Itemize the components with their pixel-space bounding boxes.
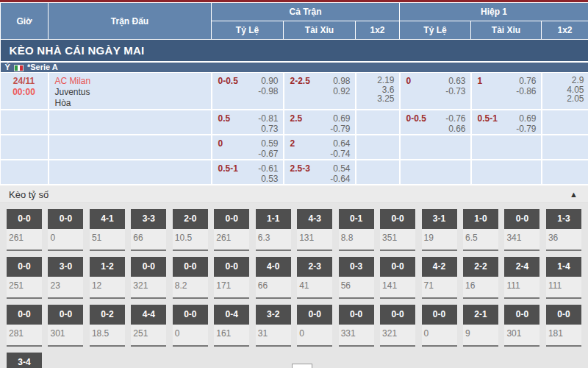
score-cell[interactable]: 2-4111 — [504, 257, 539, 299]
match-teams-cell[interactable]: AC Milan Juventus Hòa — [49, 73, 212, 110]
score-cell[interactable]: 2-341 — [297, 257, 332, 299]
score-cell[interactable]: 0-0141 — [380, 257, 415, 299]
score-cell[interactable]: 0-0281 — [7, 305, 42, 347]
score-cell[interactable]: 0-00 — [48, 209, 83, 251]
score-cell[interactable]: 3-366 — [131, 209, 166, 251]
score-box[interactable]: 4-2 — [422, 257, 457, 277]
odd-value[interactable]: 0.63 — [445, 76, 465, 86]
score-box[interactable]: 2-0 — [173, 209, 208, 229]
score-cell[interactable]: 4-271 — [422, 257, 457, 299]
score-cell[interactable]: 1-4111 — [546, 257, 581, 299]
score-box[interactable]: 1-3 — [546, 209, 581, 229]
odd-value[interactable]: 0.66 — [445, 124, 465, 134]
score-cell[interactable]: 0-0261 — [7, 209, 42, 251]
draw-label[interactable]: Hòa — [55, 98, 211, 109]
h1-overunder-cell[interactable]: 1 0.76 -0.86 — [471, 73, 542, 110]
ft-handicap-cell[interactable]: 0.5 -0.81 0.73 — [212, 110, 284, 135]
score-box[interactable]: 3-4 — [7, 353, 42, 368]
score-box[interactable]: 1-2 — [90, 257, 125, 277]
score-box[interactable]: 0-0 — [7, 305, 42, 325]
score-box[interactable]: 0-0 — [173, 257, 208, 277]
score-cell[interactable]: 0-0351 — [380, 209, 415, 251]
score-cell[interactable]: 0-0181 — [546, 305, 581, 347]
score-cell[interactable]: 0-4161 — [214, 305, 249, 347]
score-cell[interactable]: 2-216 — [463, 257, 498, 299]
home-team[interactable]: AC Milan — [55, 76, 211, 87]
score-cell[interactable]: 1-212 — [90, 257, 125, 299]
odd-value[interactable]: -0.81 — [258, 113, 278, 124]
odd-value[interactable]: 0.90 — [258, 76, 278, 86]
score-box[interactable]: 2-3 — [297, 257, 332, 277]
score-box[interactable]: 0-1 — [339, 209, 374, 229]
h1-handicap-cell[interactable]: 0 0.63 -0.73 — [400, 73, 471, 110]
h1-overunder-cell[interactable]: 0.5-1 0.69 -0.79 — [471, 110, 542, 135]
odd-value[interactable]: 0.54 — [330, 163, 350, 174]
ft-handicap-cell[interactable]: 0-0.5 0.90 -0.98 — [212, 73, 284, 110]
score-box[interactable]: 1-4 — [546, 257, 581, 277]
h1-1x2-cell[interactable]: 2.9 4.05 2.05 — [542, 73, 588, 110]
score-cell[interactable]: 0-08.2 — [173, 257, 208, 299]
score-cell[interactable]: 4-3131 — [297, 209, 332, 251]
odd-value[interactable]: -0.64 — [330, 174, 350, 184]
score-cell[interactable]: 0-00 — [297, 305, 332, 347]
score-box[interactable]: 0-0 — [297, 305, 332, 325]
odd-value[interactable]: 2.05 — [542, 94, 584, 104]
odd-value[interactable]: -0.61 — [258, 163, 278, 174]
score-cell[interactable]: 3-4 161 — [7, 353, 42, 368]
score-cell[interactable]: 4-066 — [256, 257, 291, 299]
score-box[interactable]: 0-0 — [504, 305, 539, 325]
score-cell[interactable]: 0-0261 — [214, 209, 249, 251]
odd-value[interactable]: -0.79 — [330, 124, 350, 134]
score-box[interactable]: 3-2 — [256, 305, 291, 325]
score-box[interactable]: 4-0 — [256, 257, 291, 277]
score-box[interactable]: 0-0 — [48, 305, 83, 325]
score-box[interactable]: 3-1 — [422, 209, 457, 229]
odd-value[interactable]: -0.86 — [516, 86, 536, 96]
odd-value[interactable]: 0.92 — [333, 86, 350, 96]
odd-value[interactable]: 0.59 — [258, 138, 278, 149]
score-cell[interactable]: 0-18.8 — [339, 209, 374, 251]
odd-value[interactable]: 0.76 — [516, 76, 536, 86]
score-box[interactable]: 0-0 — [504, 209, 539, 229]
score-box[interactable]: 3-0 — [48, 257, 83, 277]
score-box[interactable]: 0-4 — [214, 305, 249, 325]
odd-value[interactable]: -0.67 — [258, 149, 278, 159]
score-cell[interactable]: 0-0301 — [48, 305, 83, 347]
ft-1x2-cell[interactable]: 2.19 3.6 3.25 — [356, 73, 400, 110]
score-section-header[interactable]: Kèo tỷ số ▲ — [0, 185, 588, 203]
score-cell[interactable]: 1-336 — [546, 209, 581, 251]
score-box[interactable]: 0-0 — [380, 257, 415, 277]
score-cell[interactable]: 0-0251 — [7, 257, 42, 299]
score-cell[interactable]: 0-00 — [173, 305, 208, 347]
score-box[interactable]: 3-3 — [131, 209, 166, 229]
odd-value[interactable]: 0.53 — [258, 174, 278, 184]
ft-overunder-cell[interactable]: 2.5-3 0.54 -0.64 — [284, 160, 356, 185]
ft-overunder-cell[interactable]: 2 0.64 -0.74 — [284, 135, 356, 160]
score-cell[interactable]: 0-0301 — [504, 305, 539, 347]
score-box[interactable]: 0-0 — [214, 257, 249, 277]
ft-handicap-cell[interactable]: 0.5-1 -0.61 0.53 — [212, 160, 284, 185]
score-cell[interactable]: 3-023 — [48, 257, 83, 299]
score-cell[interactable]: 0-218.5 — [90, 305, 125, 347]
score-box[interactable]: 0-0 — [380, 209, 415, 229]
score-cell[interactable]: 3-119 — [422, 209, 457, 251]
score-box[interactable]: 4-3 — [297, 209, 332, 229]
ft-overunder-cell[interactable]: 2.5 0.69 -0.79 — [284, 110, 356, 135]
score-box[interactable]: 0-2 — [90, 305, 125, 325]
score-box[interactable]: 4-1 — [90, 209, 125, 229]
score-cell[interactable]: 3-231 — [256, 305, 291, 347]
score-box[interactable]: 0-0 — [546, 305, 581, 325]
ft-overunder-cell[interactable]: 2-2.5 0.98 0.92 — [284, 73, 356, 110]
score-cell[interactable]: 2-19 — [463, 305, 498, 347]
score-cell[interactable]: 0-356 — [339, 257, 374, 299]
odd-value[interactable]: 0.98 — [333, 76, 350, 86]
h1-handicap-cell[interactable]: 0-0.5 -0.76 0.66 — [400, 110, 471, 135]
score-cell[interactable]: 0-0171 — [214, 257, 249, 299]
score-cell[interactable]: 0-0321 — [380, 305, 415, 347]
odd-value[interactable]: 0.64 — [330, 138, 350, 149]
odd-value[interactable]: 0.69 — [330, 113, 350, 124]
score-box[interactable]: 0-0 — [48, 209, 83, 229]
score-cell[interactable]: 0-0331 — [339, 305, 374, 347]
other-score-box[interactable]: 0 — [292, 364, 312, 368]
score-box[interactable]: 1-1 — [256, 209, 291, 229]
